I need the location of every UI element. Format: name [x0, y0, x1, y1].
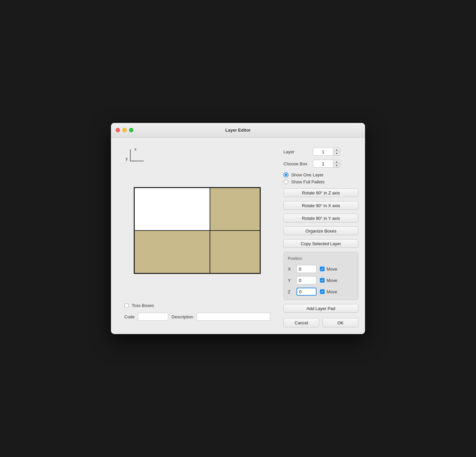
show-full-pallets-radio[interactable] [283, 179, 288, 184]
toss-boxes-row: Toss Boxes [124, 303, 270, 308]
y-axis-label: y [126, 156, 128, 161]
bottom-section: Toss Boxes Code Description [118, 300, 277, 327]
layer-up-button[interactable]: ▲ [333, 148, 340, 152]
x-position-row: X ✓ Move [288, 265, 354, 273]
z-pos-label: Z [288, 289, 293, 294]
maximize-button[interactable] [129, 128, 133, 132]
z-move-checkbox[interactable]: ✓ [320, 289, 325, 294]
show-one-layer-radio[interactable] [283, 172, 288, 177]
layer-input[interactable] [313, 148, 333, 156]
code-input[interactable] [138, 313, 168, 321]
x-pos-label: X [288, 267, 293, 272]
organize-boxes-button[interactable]: Organize Boxes [283, 226, 358, 235]
choose-box-down-button[interactable]: ▼ [333, 164, 340, 168]
cell-top-right [210, 188, 260, 231]
x-move-label: Move [327, 267, 337, 272]
choose-box-label: Choose Box [283, 161, 310, 166]
y-position-input[interactable] [296, 276, 317, 284]
choose-box-input[interactable] [313, 160, 333, 168]
z-checkmark: ✓ [321, 290, 324, 294]
close-button[interactable] [116, 128, 120, 132]
radio-dot [285, 174, 287, 176]
x-move-container: ✓ Move [320, 267, 337, 272]
x-position-input[interactable] [296, 265, 317, 273]
layer-spinner: ▲ ▼ [313, 148, 340, 156]
left-panel: x y Toss Boxes Code [118, 144, 277, 327]
show-one-layer-radio-row[interactable]: Show One Layer [283, 172, 358, 177]
y-move-checkbox[interactable]: ✓ [320, 278, 325, 283]
minimize-button[interactable] [122, 128, 127, 132]
y-checkmark: ✓ [321, 279, 324, 282]
axis-lines-svg [127, 148, 147, 164]
ok-button[interactable]: OK [323, 318, 358, 327]
window-title: Layer Editor [225, 128, 251, 133]
toss-boxes-label: Toss Boxes [132, 303, 154, 308]
choose-box-spinner-buttons: ▲ ▼ [333, 160, 340, 168]
view-mode-radio-group: Show One Layer Show Full Pallets [283, 172, 358, 184]
y-pos-label: Y [288, 278, 293, 283]
rotate-y-button[interactable]: Rotate 90° in Y axis [283, 214, 358, 222]
layer-down-button[interactable]: ▼ [333, 152, 340, 156]
cell-bottom-left [134, 231, 210, 273]
code-label: Code [124, 314, 135, 319]
canvas-area [118, 164, 277, 300]
layer-row: Layer ▲ ▼ [283, 148, 358, 156]
x-move-checkbox[interactable]: ✓ [320, 267, 325, 271]
layer-spinner-buttons: ▲ ▼ [333, 148, 340, 156]
choose-box-up-button[interactable]: ▲ [333, 160, 340, 164]
y-move-container: ✓ Move [320, 278, 337, 283]
toss-boxes-checkbox[interactable] [124, 303, 129, 308]
z-position-row: Z ✓ Move [288, 288, 354, 296]
right-panel: Layer ▲ ▼ Choose Box ▲ ▼ [283, 144, 358, 327]
z-move-label: Move [327, 289, 337, 294]
y-move-label: Move [327, 278, 337, 283]
show-full-pallets-radio-row[interactable]: Show Full Pallets [283, 179, 358, 184]
z-move-container: ✓ Move [320, 289, 337, 294]
description-input[interactable] [197, 313, 270, 321]
axis-area: x y [124, 144, 277, 164]
titlebar: Layer Editor [111, 123, 365, 138]
layer-label: Layer [283, 149, 310, 154]
choose-box-spinner: ▲ ▼ [313, 160, 340, 168]
cell-top-left [134, 188, 210, 231]
rotate-z-button[interactable]: Rotate 90° in Z axis [283, 188, 358, 197]
layer-canvas [134, 187, 261, 274]
show-one-layer-label: Show One Layer [291, 172, 324, 177]
layer-editor-window: Layer Editor x y [111, 123, 365, 334]
rotate-x-button[interactable]: Rotate 90° in X axis [283, 201, 358, 210]
x-checkmark: ✓ [321, 267, 324, 271]
cell-bottom-right [210, 231, 260, 273]
copy-selected-layer-button[interactable]: Copy Selected Layer [283, 239, 358, 248]
dialog-buttons: Cancel OK [283, 318, 358, 327]
description-label: Description [171, 314, 193, 319]
add-layer-pad-button[interactable]: Add Layer Pad [283, 304, 358, 313]
position-box: Position X ✓ Move Y [283, 252, 358, 300]
position-title: Position [288, 256, 354, 261]
z-position-input[interactable] [296, 288, 317, 296]
traffic-lights [116, 128, 133, 132]
cancel-button[interactable]: Cancel [283, 318, 319, 327]
show-full-pallets-label: Show Full Pallets [291, 179, 325, 184]
code-desc-row: Code Description [124, 313, 270, 321]
main-content: x y Toss Boxes Code [111, 138, 365, 334]
x-axis-label: x [134, 147, 136, 152]
choose-box-row: Choose Box ▲ ▼ [283, 160, 358, 168]
y-position-row: Y ✓ Move [288, 276, 354, 284]
